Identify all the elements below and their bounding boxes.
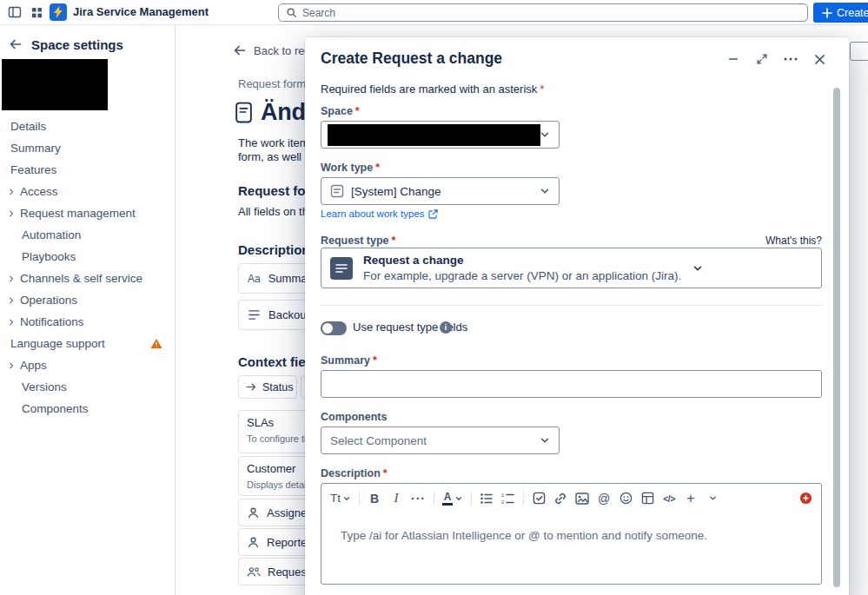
search-icon bbox=[286, 7, 297, 18]
numbered-list-icon[interactable]: 12 bbox=[501, 488, 515, 509]
person-icon bbox=[247, 506, 260, 519]
italic-button[interactable]: I bbox=[389, 488, 403, 509]
sidebar-item-channels-self-service[interactable]: Channels & self service bbox=[0, 268, 175, 289]
field-chip-status[interactable]: Status bbox=[238, 375, 297, 399]
request-type-field-label: Request type* bbox=[321, 235, 395, 247]
sidebar-item-details[interactable]: Details bbox=[0, 116, 175, 137]
space-select[interactable] bbox=[321, 121, 560, 149]
svg-text:2: 2 bbox=[501, 499, 505, 505]
sidebar-item-playbooks[interactable]: Playbooks bbox=[0, 246, 175, 268]
description-editor[interactable]: Tt B I ··· A 12 @ </> + Type /ai for Atl… bbox=[321, 483, 822, 585]
sidebar-item-access[interactable]: Access bbox=[0, 181, 175, 202]
sidebar-item-features[interactable]: Features bbox=[0, 159, 175, 181]
arrow-right-icon bbox=[246, 382, 257, 392]
app-title: Jira Service Management bbox=[73, 0, 209, 24]
close-icon[interactable] bbox=[808, 48, 831, 70]
chevron-right-icon bbox=[7, 188, 16, 196]
chevron-down-icon bbox=[539, 185, 551, 197]
chevron-down-icon bbox=[539, 434, 551, 446]
section-text-request-form: All fields on the bbox=[238, 205, 315, 218]
back-arrow-icon bbox=[233, 43, 247, 57]
work-type-select[interactable]: [System] Change bbox=[321, 177, 560, 205]
ai-icon[interactable] bbox=[798, 488, 812, 509]
required-asterisk: * bbox=[540, 83, 544, 96]
create-button[interactable]: Create bbox=[813, 3, 868, 23]
person-icon bbox=[247, 536, 260, 549]
minimize-icon[interactable] bbox=[722, 48, 745, 70]
external-link-icon bbox=[428, 209, 438, 219]
sidebar-item-versions[interactable]: Versions bbox=[0, 376, 175, 398]
bold-button[interactable]: B bbox=[368, 488, 381, 509]
summary-field-label: Summary* bbox=[321, 354, 377, 367]
change-work-type-icon bbox=[330, 184, 344, 198]
summary-input[interactable] bbox=[321, 370, 822, 398]
sidebar-item-automation[interactable]: Automation bbox=[0, 224, 175, 246]
back-arrow-icon[interactable] bbox=[7, 36, 24, 53]
bullet-list-icon[interactable] bbox=[480, 488, 494, 509]
code-icon[interactable]: </> bbox=[662, 488, 676, 509]
more-formatting-button[interactable]: ··· bbox=[411, 488, 426, 509]
work-type-field-label: Work type* bbox=[321, 162, 380, 174]
mention-icon[interactable]: @ bbox=[597, 488, 611, 509]
search-input[interactable] bbox=[302, 7, 800, 19]
insert-chevron-icon[interactable] bbox=[706, 488, 719, 509]
use-request-type-fields-toggle[interactable] bbox=[321, 321, 347, 335]
short-text-icon: Aa bbox=[248, 273, 261, 285]
insert-plus-icon[interactable]: + bbox=[684, 488, 698, 509]
space-avatar-redacted bbox=[2, 59, 108, 110]
description-field-label: Description* bbox=[321, 467, 388, 479]
chevron-right-icon bbox=[7, 274, 16, 283]
expand-icon[interactable] bbox=[751, 48, 773, 70]
paragraph-icon bbox=[248, 309, 261, 321]
background-partial-control[interactable] bbox=[850, 42, 868, 61]
request-type-select[interactable]: Request a change For example, upgrade a … bbox=[321, 248, 822, 288]
section-divider bbox=[321, 305, 822, 306]
sidebar-item-operations[interactable]: Operations bbox=[0, 289, 175, 311]
sidebar-toggle-icon[interactable] bbox=[5, 3, 24, 22]
link-icon[interactable] bbox=[553, 488, 567, 509]
plus-icon bbox=[822, 8, 832, 18]
intro-text-line2: form, as well a bbox=[238, 150, 311, 163]
emoji-icon[interactable] bbox=[619, 488, 633, 509]
components-select[interactable]: Select Component bbox=[321, 426, 560, 454]
space-value-redacted bbox=[328, 124, 540, 146]
text-styles-button[interactable]: Tt bbox=[330, 488, 351, 509]
intro-text-line1: The work item bbox=[238, 136, 309, 149]
modal-title: Create Request a change bbox=[321, 50, 502, 68]
top-navigation-bar: Jira Service Management Create bbox=[0, 0, 868, 25]
table-icon[interactable] bbox=[640, 488, 654, 509]
info-icon[interactable]: i bbox=[440, 321, 452, 334]
chevron-right-icon bbox=[7, 318, 16, 327]
request-type-value: Request a change bbox=[363, 254, 681, 267]
svg-text:1: 1 bbox=[501, 493, 505, 498]
breadcrumb: Request form bbox=[238, 77, 306, 90]
app-switcher-icon[interactable] bbox=[27, 3, 46, 22]
sidebar-item-notifications[interactable]: Notifications bbox=[0, 311, 175, 333]
sidebar-item-language-support[interactable]: Language support bbox=[0, 333, 175, 354]
learn-about-work-types-link[interactable]: Learn about work types bbox=[321, 208, 438, 219]
image-icon[interactable] bbox=[575, 488, 589, 509]
text-color-button[interactable]: A bbox=[442, 488, 463, 509]
sidebar-title: Space settings bbox=[31, 37, 123, 52]
sidebar-item-request-management[interactable]: Request management bbox=[0, 202, 175, 224]
whats-this-link[interactable]: What's this? bbox=[765, 235, 822, 247]
chevron-right-icon bbox=[7, 361, 16, 370]
jira-service-management-logo bbox=[49, 3, 68, 22]
sidebar-item-summary[interactable]: Summary bbox=[0, 137, 175, 159]
sidebar-item-apps[interactable]: Apps bbox=[0, 354, 175, 376]
create-request-modal: Create Request a change Required fields … bbox=[305, 37, 849, 595]
space-settings-sidebar: Space settings Details Summary Features … bbox=[0, 25, 176, 595]
task-list-icon[interactable] bbox=[532, 488, 546, 509]
required-fields-note: Required fields are marked with an aster… bbox=[321, 83, 544, 96]
global-search[interactable] bbox=[278, 3, 808, 22]
people-icon bbox=[247, 565, 261, 578]
components-field-label: Components bbox=[321, 411, 387, 423]
space-field-label: Space* bbox=[321, 105, 360, 117]
request-type-description: For example, upgrade a server (VPN) or a… bbox=[363, 269, 681, 282]
editor-placeholder: Type /ai for Atlassian Intelligence or @… bbox=[341, 529, 707, 542]
sidebar-item-components[interactable]: Components bbox=[0, 398, 175, 420]
more-options-icon[interactable] bbox=[779, 48, 802, 70]
chevron-right-icon bbox=[7, 296, 16, 305]
modal-scrollbar[interactable] bbox=[833, 88, 840, 587]
chevron-down-icon bbox=[692, 262, 704, 274]
